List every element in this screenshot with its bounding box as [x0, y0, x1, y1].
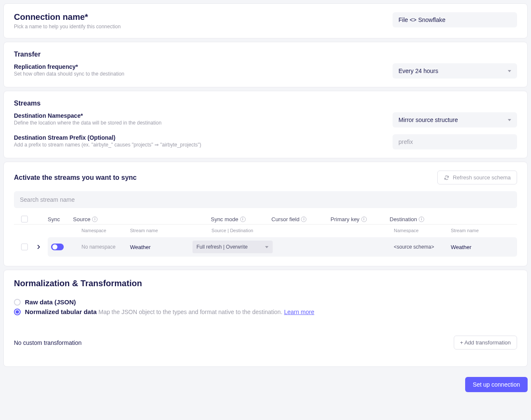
- stream-row: No namespace Weather Full refresh | Over…: [14, 236, 517, 257]
- subcol-stream-name: Stream name: [130, 228, 189, 233]
- connection-name-help: Pick a name to help you identify this co…: [14, 24, 382, 30]
- col-cursor-field: Cursor field i: [271, 216, 331, 222]
- streams-title: Streams: [14, 100, 517, 107]
- subcol-dest-stream-name: Stream name: [451, 228, 510, 233]
- sync-mode-value: Full refresh | Overwrite: [197, 244, 248, 250]
- select-all-checkbox[interactable]: [21, 216, 28, 222]
- subcol-mode: Source | Destination: [189, 228, 276, 233]
- expand-row-button[interactable]: [35, 244, 42, 250]
- replication-frequency-value: Every 24 hours: [398, 68, 438, 74]
- chevron-down-icon: [265, 246, 268, 248]
- normalized-data-label: Normalized tabular data Map the JSON obj…: [25, 308, 314, 315]
- destination-namespace-label: Destination Namespace*: [14, 112, 382, 119]
- streams-table-header: Sync Source i Sync mode i Cursor field i…: [14, 211, 517, 224]
- stream-row-checkbox[interactable]: [21, 244, 28, 250]
- normalization-title: Normalization & Transformation: [14, 279, 517, 288]
- replication-frequency-help: Set how often data should sync to the de…: [14, 71, 382, 77]
- replication-frequency-select[interactable]: Every 24 hours: [393, 63, 517, 79]
- search-stream-input[interactable]: [14, 191, 517, 208]
- raw-data-label: Raw data (JSON): [25, 298, 76, 306]
- stream-prefix-label: Destination Stream Prefix (Optional): [14, 134, 382, 141]
- destination-namespace-help: Define the location where the data will …: [14, 120, 382, 126]
- dest-namespace: <source schema>: [394, 244, 451, 250]
- subcol-namespace: Namespace: [73, 228, 130, 233]
- col-sync: Sync: [48, 216, 73, 222]
- connection-name-title: Connection name*: [14, 12, 382, 22]
- col-sync-mode: Sync mode i: [185, 216, 271, 222]
- footer: Set up connection: [0, 370, 531, 402]
- stream-name: Weather: [130, 244, 189, 250]
- chevron-down-icon: [508, 119, 511, 121]
- info-icon[interactable]: i: [92, 217, 98, 222]
- stream-prefix-help: Add a prefix to stream names (ex. "airby…: [14, 142, 382, 148]
- replication-frequency-label: Replication frequency*: [14, 63, 382, 70]
- stream-prefix-input[interactable]: [393, 134, 517, 149]
- transfer-title: Transfer: [14, 51, 517, 58]
- no-custom-transformation-text: No custom transformation: [14, 339, 81, 346]
- chevron-down-icon: [508, 70, 511, 72]
- col-source: Source i: [73, 216, 185, 222]
- refresh-label: Refresh source schema: [453, 174, 511, 181]
- raw-data-radio[interactable]: [14, 299, 21, 306]
- transfer-card: Transfer Replication frequency* Set how …: [3, 42, 528, 87]
- normalized-data-radio[interactable]: [14, 309, 21, 315]
- info-icon[interactable]: i: [361, 217, 367, 222]
- destination-namespace-select[interactable]: Mirror source structure: [393, 112, 517, 127]
- streams-card: Streams Destination Namespace* Define th…: [3, 91, 528, 158]
- refresh-icon: [444, 175, 450, 181]
- learn-more-link[interactable]: Learn more: [284, 309, 314, 315]
- connection-name-input[interactable]: [393, 12, 517, 27]
- refresh-source-schema-button[interactable]: Refresh source schema: [437, 171, 517, 184]
- set-up-connection-button[interactable]: Set up connection: [465, 377, 528, 392]
- activate-streams-card: Activate the streams you want to sync Re…: [3, 162, 528, 266]
- destination-namespace-value: Mirror source structure: [398, 117, 458, 123]
- connection-name-card: Connection name* Pick a name to help you…: [3, 3, 528, 38]
- info-icon[interactable]: i: [240, 217, 246, 222]
- streams-table-subheader: Namespace Stream name Source | Destinati…: [14, 224, 517, 236]
- info-icon[interactable]: i: [301, 217, 306, 222]
- dest-stream-name: Weather: [451, 244, 510, 250]
- col-primary-key: Primary key i: [331, 216, 390, 222]
- add-transformation-button[interactable]: + Add transformation: [454, 336, 517, 350]
- normalized-data-help: Map the JSON object to the types and for…: [98, 309, 314, 315]
- stream-namespace: No namespace: [73, 244, 130, 250]
- subcol-dest-namespace: Namespace: [394, 228, 451, 233]
- info-icon[interactable]: i: [419, 217, 424, 222]
- sync-toggle[interactable]: [51, 244, 64, 250]
- col-destination: Destination i: [390, 216, 508, 222]
- sync-mode-select[interactable]: Full refresh | Overwrite: [192, 241, 273, 253]
- normalization-card: Normalization & Transformation Raw data …: [3, 270, 528, 367]
- activate-streams-title: Activate the streams you want to sync: [14, 174, 137, 182]
